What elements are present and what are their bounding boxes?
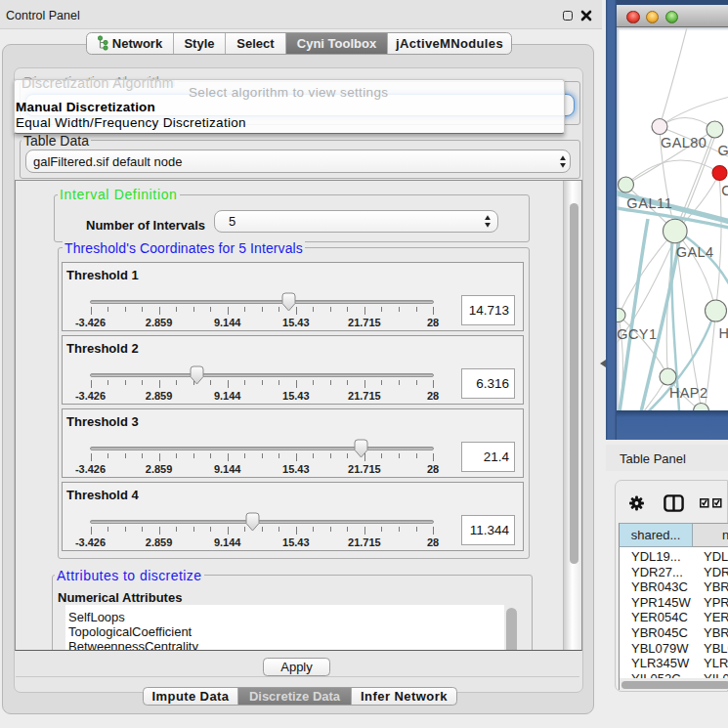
svg-text:HAP2: HAP2	[669, 385, 707, 401]
svg-text:GAL11: GAL11	[626, 195, 672, 211]
svg-text:GAL80: GAL80	[661, 135, 707, 150]
svg-text:GCY1: GCY1	[617, 326, 657, 342]
svg-text:GAL4: GAL4	[676, 244, 714, 260]
svg-text:GA: GA	[718, 143, 728, 158]
svg-text:H: H	[719, 325, 728, 341]
svg-text:C: C	[721, 183, 728, 198]
